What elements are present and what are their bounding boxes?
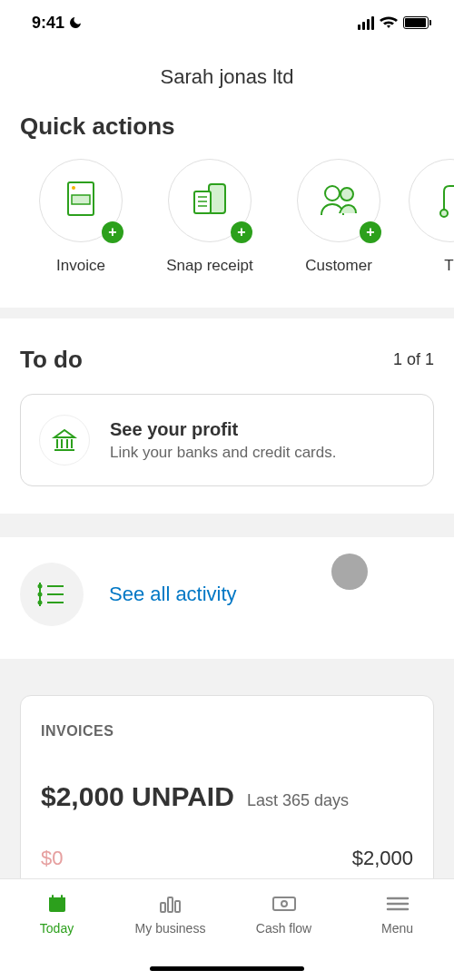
time-label: 9:41 [32, 14, 64, 33]
cash-icon [271, 892, 297, 916]
svg-point-19 [38, 601, 43, 605]
nav-menu[interactable]: Menu [340, 892, 454, 936]
invoices-card[interactable]: INVOICES $2,000 UNPAID Last 365 days $0 … [20, 695, 434, 891]
plus-badge-icon: + [231, 221, 252, 243]
quick-actions-row[interactable]: + Invoice + Snap receipt [0, 159, 454, 308]
cellular-icon [358, 16, 374, 30]
svg-rect-27 [161, 903, 165, 912]
nav-label: My business [135, 921, 206, 936]
todo-count: 1 of 1 [393, 350, 434, 369]
svg-rect-24 [49, 897, 65, 902]
svg-point-17 [38, 584, 43, 589]
todo-title: To do [20, 346, 83, 374]
nav-my-business[interactable]: My business [114, 892, 227, 936]
invoices-range: Last 365 days [247, 791, 349, 810]
svg-point-2 [72, 186, 75, 190]
header-section: Sarah jonas ltd Quick actions + Invoice [0, 45, 454, 308]
todo-card-subtitle: Link your banks and credit cards. [110, 444, 415, 462]
quick-action-track[interactable]: Trac [423, 159, 454, 275]
svg-point-18 [38, 593, 43, 597]
svg-rect-26 [61, 895, 63, 899]
invoices-section: INVOICES $2,000 UNPAID Last 365 days $0 … [0, 695, 454, 891]
quick-label: Trac [444, 257, 454, 275]
invoices-min: $0 [41, 847, 63, 870]
svg-point-9 [340, 188, 353, 201]
quick-label: Snap receipt [166, 257, 252, 275]
activity-list-icon [20, 563, 84, 626]
invoice-icon: + [39, 159, 123, 242]
todo-section: To do 1 of 1 See your profit Link your b… [0, 318, 454, 514]
todo-card-title: See your profit [110, 419, 415, 440]
svg-rect-25 [52, 895, 54, 899]
invoices-max: $2,000 [352, 847, 413, 870]
svg-rect-29 [175, 901, 180, 912]
svg-rect-28 [168, 897, 173, 912]
nav-label: Menu [381, 921, 413, 936]
plus-badge-icon: + [360, 221, 381, 243]
activity-section: See all activity [0, 537, 454, 659]
svg-point-31 [281, 901, 287, 906]
track-icon [409, 159, 454, 242]
status-bar: 9:41 [0, 0, 454, 45]
quick-action-customer[interactable]: + Customer [294, 159, 383, 275]
quick-action-snap-receipt[interactable]: + Snap receipt [165, 159, 254, 275]
company-title: Sarah jonas ltd [0, 45, 454, 113]
status-right-group [358, 16, 429, 30]
todo-card-see-profit[interactable]: See your profit Link your banks and cred… [20, 394, 434, 486]
quick-label: Invoice [56, 257, 105, 275]
bank-icon [39, 415, 90, 466]
nav-label: Today [40, 921, 74, 936]
nav-today[interactable]: Today [0, 892, 114, 936]
calendar-icon [46, 892, 68, 916]
quick-action-invoice[interactable]: + Invoice [36, 159, 125, 275]
menu-icon [386, 892, 410, 916]
plus-badge-icon: + [102, 221, 123, 243]
customer-icon: + [297, 159, 380, 242]
svg-rect-1 [72, 195, 90, 204]
svg-rect-30 [273, 897, 295, 910]
wifi-icon [380, 16, 398, 29]
chart-bars-icon [159, 892, 183, 916]
nav-cash-flow[interactable]: Cash flow [227, 892, 340, 936]
nav-label: Cash flow [256, 921, 311, 936]
svg-rect-4 [194, 191, 211, 213]
battery-icon [403, 16, 429, 29]
svg-point-8 [325, 186, 340, 201]
bottom-nav: Today My business Cash flow Menu [0, 878, 454, 980]
home-indicator[interactable] [150, 966, 304, 971]
invoices-label: INVOICES [41, 723, 413, 740]
quick-actions-title: Quick actions [0, 113, 454, 159]
invoices-amount: $2,000 UNPAID [41, 781, 234, 812]
do-not-disturb-icon [68, 15, 83, 30]
svg-point-10 [440, 210, 448, 217]
receipt-icon: + [168, 159, 252, 242]
status-time-group: 9:41 [32, 14, 83, 33]
cursor-dot-icon [331, 554, 368, 590]
quick-label: Customer [305, 257, 372, 275]
see-all-activity-link[interactable]: See all activity [109, 583, 237, 606]
